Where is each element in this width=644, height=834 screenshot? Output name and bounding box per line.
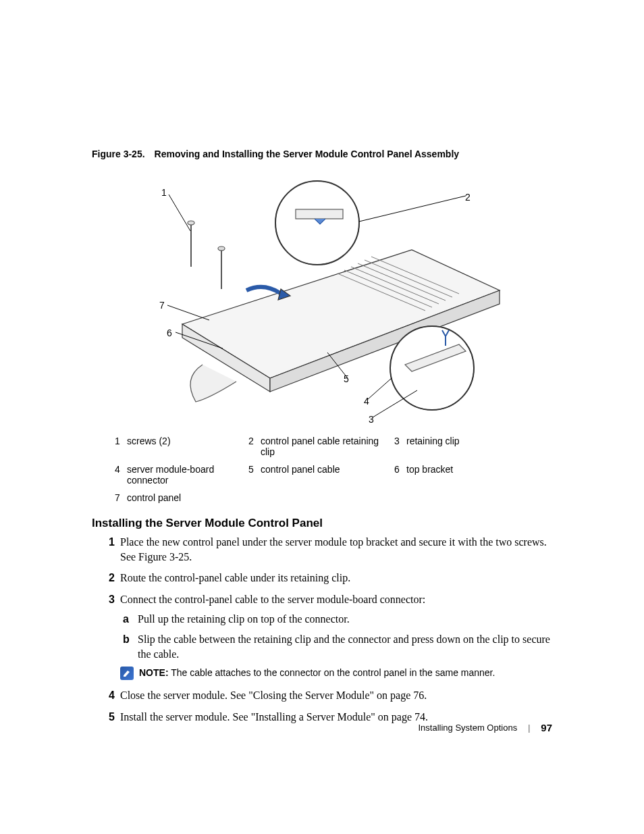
footer-section: Installing System Options	[419, 723, 518, 733]
note: NOTE: The cable attaches to the connecto…	[120, 667, 559, 680]
legend-num: 7	[115, 492, 127, 503]
step-text-span: Connect the control-panel cable to the s…	[120, 594, 425, 605]
svg-point-16	[188, 221, 194, 225]
legend-text: control panel cable	[261, 464, 394, 486]
substep-letter: a	[120, 612, 138, 627]
section-heading: Installing the Server Module Control Pan…	[92, 517, 323, 530]
figure-illustration	[122, 176, 527, 419]
legend-num: 2	[248, 436, 261, 457]
step-text: Place the new control panel under the se…	[120, 535, 559, 564]
substep-text: Slip the cable between the retaining cli…	[138, 632, 559, 661]
legend-text: server module-board connector	[127, 464, 248, 486]
legend-text: top bracket	[406, 464, 514, 486]
note-text: NOTE: The cable attaches to the connecto…	[139, 667, 495, 679]
step-text: Close the server module. See "Closing th…	[120, 688, 559, 703]
legend-row: 7 control panel	[115, 492, 514, 503]
step: 3 Connect the control-panel cable to the…	[100, 592, 559, 685]
figure-legend: 1 screws (2) 2 control panel cable retai…	[115, 436, 514, 510]
legend-text: control panel cable retaining clip	[261, 436, 394, 457]
svg-line-21	[359, 196, 466, 221]
step: 2 Route the control-panel cable under it…	[100, 571, 559, 585]
legend-num: 5	[248, 464, 261, 486]
svg-line-25	[367, 378, 392, 400]
legend-num: 4	[115, 464, 127, 486]
step-number: 5	[100, 710, 120, 725]
page: Figure 3-25.Removing and Installing the …	[0, 0, 644, 834]
step-number: 2	[100, 571, 120, 585]
legend-text: retaining clip	[406, 436, 514, 457]
step: 1 Place the new control panel under the …	[100, 535, 559, 564]
note-icon	[120, 667, 134, 680]
step-number: 4	[100, 688, 120, 703]
figure-title: Removing and Installing the Server Modul…	[155, 149, 459, 159]
svg-rect-11	[296, 209, 343, 219]
footer-separator: |	[528, 723, 530, 733]
step-text: Connect the control-panel cable to the s…	[120, 592, 559, 685]
figure-label: Figure 3-25.	[92, 149, 145, 159]
legend-text: screws (2)	[127, 436, 248, 457]
substep: a Pull up the retaining clip on top of t…	[120, 612, 559, 627]
legend-num: 6	[394, 464, 406, 486]
step-number: 1	[100, 535, 120, 564]
legend-row: 1 screws (2) 2 control panel cable retai…	[115, 436, 514, 457]
note-body: The cable attaches to the connector on t…	[169, 667, 495, 678]
legend-row: 4 server module-board connector 5 contro…	[115, 464, 514, 486]
figure-caption: Figure 3-25.Removing and Installing the …	[92, 149, 459, 159]
legend-num: 3	[394, 436, 406, 457]
svg-line-20	[169, 194, 190, 231]
step: 4 Close the server module. See "Closing …	[100, 688, 559, 703]
note-label: NOTE:	[139, 667, 169, 678]
page-number: 97	[541, 722, 552, 733]
procedure: 1 Place the new control panel under the …	[100, 535, 559, 731]
step-number: 3	[100, 592, 120, 685]
step-text: Route the control-panel cable under its …	[120, 571, 559, 585]
substep-text: Pull up the retaining clip on top of the…	[138, 612, 559, 627]
svg-point-18	[218, 246, 225, 251]
substep: b Slip the cable between the retaining c…	[120, 632, 559, 661]
substep-letter: b	[120, 632, 138, 661]
svg-line-22	[167, 305, 209, 320]
legend-num: 1	[115, 436, 127, 457]
page-footer: Installing System Options | 97	[419, 722, 553, 733]
legend-text: control panel	[127, 492, 248, 503]
